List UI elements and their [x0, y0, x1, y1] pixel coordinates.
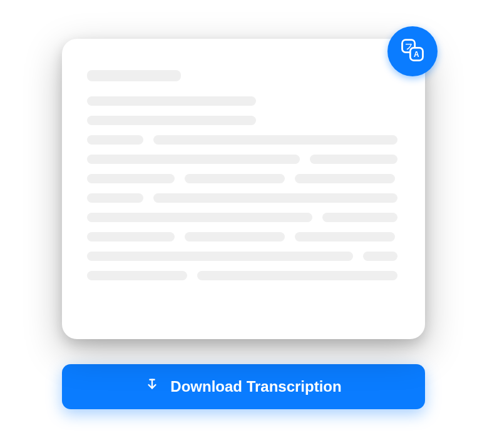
translate-button[interactable]: フ A: [387, 26, 438, 76]
skeleton-line: [322, 213, 397, 222]
skeleton-line: [87, 96, 256, 106]
skeleton-row: [87, 135, 400, 145]
download-transcription-button[interactable]: Download Transcription: [62, 364, 425, 409]
skeleton-line: [363, 252, 397, 261]
skeleton-title: [87, 70, 181, 81]
skeleton-row: [87, 213, 400, 222]
skeleton-line: [310, 155, 397, 164]
download-icon: [145, 378, 159, 395]
skeleton-row: [87, 252, 400, 261]
skeleton-line: [153, 135, 397, 145]
download-button-label: Download Transcription: [170, 378, 341, 395]
skeleton-line: [87, 193, 143, 203]
skeleton-row: [87, 193, 400, 203]
skeleton-line: [295, 174, 395, 183]
skeleton-line: [87, 155, 300, 164]
skeleton-line: [87, 213, 312, 222]
skeleton-line: [87, 174, 175, 183]
skeleton-line: [87, 135, 143, 145]
svg-text:A: A: [414, 50, 419, 59]
skeleton-line: [185, 232, 285, 242]
skeleton-row: [87, 271, 400, 280]
skeleton-line: [197, 271, 397, 280]
transcription-card: フ A: [62, 39, 425, 339]
skeleton-line: [87, 116, 256, 125]
skeleton-line: [185, 174, 285, 183]
translate-icon: フ A: [399, 36, 426, 66]
skeleton-row: [87, 232, 400, 242]
skeleton-line: [87, 232, 175, 242]
skeleton-line: [87, 271, 187, 280]
skeleton-line: [87, 252, 353, 261]
skeleton-line: [153, 193, 397, 203]
skeleton-row: [87, 174, 400, 183]
transcription-content-placeholder: [87, 70, 400, 280]
skeleton-line: [295, 232, 395, 242]
skeleton-row: [87, 155, 400, 164]
